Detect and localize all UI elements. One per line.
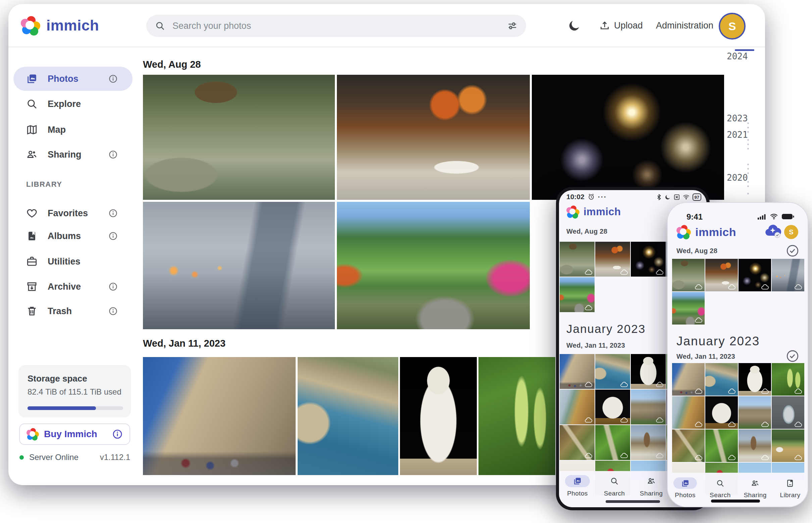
theme-toggle-button[interactable]	[566, 17, 583, 34]
info-icon[interactable]	[112, 429, 123, 439]
photo-fireworks[interactable]	[532, 75, 724, 200]
info-icon[interactable]	[108, 74, 118, 84]
sidebar-item-favorites[interactable]: Favorites	[13, 201, 133, 225]
sidebar-item-photos[interactable]: Photos	[13, 67, 133, 91]
thumb-marble-bust[interactable]	[739, 363, 771, 396]
thumb-beach-cliff[interactable]	[672, 396, 705, 429]
sidebar-item-utilities[interactable]: Utilities	[13, 249, 133, 274]
sidebar-item-map[interactable]: Map	[13, 118, 133, 142]
nav-photos[interactable]: Photos	[668, 473, 703, 507]
thumb-fireworks[interactable]	[739, 259, 771, 291]
user-avatar[interactable]: S	[719, 13, 746, 39]
status-time: 10:02	[566, 193, 585, 201]
trash-icon	[26, 305, 38, 317]
wifi-icon	[770, 214, 778, 220]
thumb-lizard-moss[interactable]	[595, 425, 630, 460]
sidebar-item-archive[interactable]: Archive	[13, 274, 133, 299]
thumb-stone-sculpture[interactable]	[705, 396, 738, 429]
search-input[interactable]: Search your photos	[146, 15, 526, 37]
thumb-castle-ruins[interactable]	[631, 390, 666, 425]
sharing-people-icon	[751, 479, 759, 487]
timeline-year-2023[interactable]: 2023	[727, 113, 748, 123]
upload-label: Upload	[614, 20, 643, 31]
info-icon[interactable]	[108, 209, 118, 218]
thumb-seagrape[interactable]	[772, 363, 804, 396]
thumb-dinner[interactable]	[595, 242, 630, 276]
nav-photos[interactable]: Photos	[559, 471, 596, 507]
app-logo[interactable]: immich	[21, 16, 99, 35]
thumb-fortress[interactable]	[672, 363, 705, 396]
select-all-check-icon[interactable]	[785, 349, 799, 363]
sidebar-item-sharing[interactable]: Sharing	[13, 143, 133, 167]
photo-coastal-bay[interactable]	[298, 357, 398, 475]
thumb-farm-village[interactable]	[772, 430, 804, 462]
sidebar-item-trash[interactable]: Trash	[13, 299, 133, 323]
thumb-beach-cliff[interactable]	[560, 390, 594, 425]
thumb-autumn-path[interactable]	[560, 277, 594, 312]
thumb-monkeys[interactable]	[560, 242, 594, 276]
sidebar-label: Archive	[48, 282, 81, 292]
thumb-marble-bust[interactable]	[631, 354, 666, 389]
thumb-autumn-path[interactable]	[672, 292, 705, 325]
photo-marble-bust[interactable]	[400, 357, 477, 475]
info-icon[interactable]	[108, 282, 118, 291]
user-avatar[interactable]: S	[784, 225, 798, 239]
storage-title: Storage space	[28, 374, 87, 384]
photo-autumn-park-path[interactable]	[337, 202, 530, 329]
thumb-stone-sculpture[interactable]	[595, 390, 630, 425]
search-filter-icon[interactable]	[507, 21, 517, 31]
photo-monkeys-at-zoo[interactable]	[143, 75, 335, 200]
thumb-lizard[interactable]	[560, 425, 594, 460]
nav-library[interactable]: Library	[773, 473, 808, 507]
photos-icon	[26, 73, 38, 85]
server-online-dot	[19, 455, 24, 459]
thumb-lizard[interactable]	[672, 430, 705, 462]
thumb-coastal-bay[interactable]	[595, 354, 630, 389]
photo-fortress-walls[interactable]	[143, 357, 296, 475]
status-time: 9:41	[687, 212, 703, 222]
photo-seagrape-berries[interactable]	[479, 357, 555, 475]
thumb-fortress[interactable]	[560, 354, 594, 389]
buy-immich-button[interactable]: Buy Immich	[19, 423, 130, 445]
sidebar-item-albums[interactable]: Albums	[13, 224, 133, 248]
briefcase-icon	[26, 256, 38, 267]
thumb-monkeys[interactable]	[672, 259, 705, 291]
alarm-icon	[588, 194, 594, 200]
select-all-check-icon[interactable]	[785, 244, 799, 258]
thumb-winter-church[interactable]	[631, 425, 666, 460]
server-status-label: Server Online	[29, 453, 79, 462]
phone-date-header: Wed, Aug 28	[676, 247, 718, 255]
photos-icon	[681, 479, 690, 487]
thumb-fireworks[interactable]	[631, 242, 666, 276]
timeline-year-2021[interactable]: 2021	[727, 130, 748, 140]
night-mode-icon	[665, 194, 671, 200]
date-group-header: Wed, Aug 28	[143, 59, 201, 70]
info-icon[interactable]	[108, 306, 118, 316]
backup-cloud-icon[interactable]	[764, 223, 781, 240]
thumb-coastal-bay[interactable]	[705, 363, 738, 396]
phone-date-header: Wed, Jan 11, 2023	[566, 342, 625, 349]
thumb-holding-hands[interactable]	[772, 259, 804, 291]
phone-photo-grid	[672, 259, 804, 325]
upload-button[interactable]: Upload	[599, 17, 643, 34]
iphone-screen: 9:41 immich	[668, 203, 808, 507]
thumb-lizard-moss[interactable]	[705, 430, 738, 462]
info-icon[interactable]	[108, 150, 118, 159]
info-icon[interactable]	[108, 231, 118, 241]
thumb-dinner[interactable]	[705, 259, 738, 291]
thumb-silver-centerpiece[interactable]	[772, 396, 804, 429]
thumb-winter-church[interactable]	[739, 430, 771, 462]
photo-holding-hands[interactable]	[143, 202, 335, 329]
photo-autumn-dinner-table[interactable]	[337, 75, 530, 200]
timeline-year-2020[interactable]: 2020	[727, 173, 748, 183]
timeline-scrubber-cursor[interactable]	[735, 49, 754, 51]
administration-link[interactable]: Administration	[656, 17, 713, 34]
search-icon	[716, 479, 724, 487]
home-indicator[interactable]	[711, 500, 760, 503]
sidebar-item-explore[interactable]: Explore	[13, 92, 133, 116]
timeline-year-2024[interactable]: 2024	[727, 51, 748, 61]
home-indicator[interactable]	[606, 500, 660, 503]
sidebar-label: Map	[48, 125, 66, 135]
active-pill	[673, 477, 697, 489]
thumb-castle-ruins[interactable]	[739, 396, 771, 429]
